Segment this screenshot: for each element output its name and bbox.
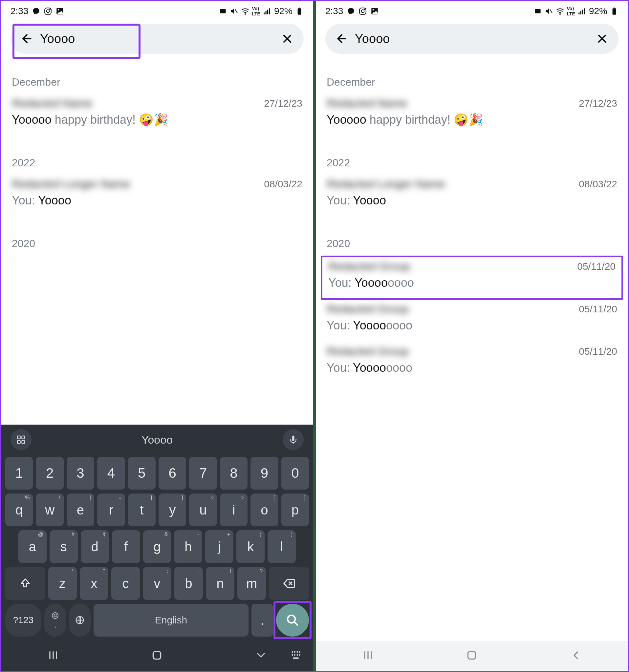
- search-result-item[interactable]: Redacted Longer Name08/03/22You: Yoooo: [9, 175, 305, 217]
- search-result-item[interactable]: Redacted Name27/12/23Yooooo happy birthd…: [9, 94, 305, 137]
- key-0[interactable]: 0: [281, 457, 309, 489]
- chat-icon: [347, 7, 355, 16]
- key-g[interactable]: g&: [143, 530, 171, 563]
- contact-name: Redacted Longer Name: [327, 177, 445, 190]
- key-1[interactable]: 1: [5, 457, 33, 489]
- battery-icon: [610, 7, 619, 16]
- svg-rect-56: [468, 651, 476, 659]
- nav-home-icon[interactable]: [465, 649, 478, 663]
- svg-rect-14: [17, 436, 20, 439]
- search-bar[interactable]: [325, 24, 619, 54]
- key-backspace[interactable]: [269, 567, 309, 600]
- search-input[interactable]: [40, 32, 274, 46]
- system-nav-bar[interactable]: [1, 641, 313, 671]
- key-3[interactable]: 3: [67, 457, 94, 489]
- nav-recents-icon[interactable]: [362, 649, 375, 663]
- key-q[interactable]: q%: [5, 494, 33, 526]
- key-x[interactable]: x": [80, 567, 108, 600]
- search-result-item[interactable]: Redacted Group05/11/20You: Yoooooooo: [321, 256, 623, 300]
- key-u[interactable]: u<: [189, 494, 217, 526]
- key-k[interactable]: k(: [236, 530, 264, 563]
- instagram-icon: [44, 7, 52, 16]
- key-l[interactable]: l): [267, 530, 296, 563]
- key-shift[interactable]: [5, 567, 45, 600]
- key-c[interactable]: c': [111, 567, 140, 600]
- search-result-item[interactable]: Redacted Name27/12/23Yooooo happy birthd…: [324, 94, 620, 137]
- back-arrow-icon[interactable]: [20, 32, 33, 45]
- status-bar: 2:33 Vo)LTE 92%: [1, 1, 313, 21]
- key-j[interactable]: j+: [205, 530, 233, 563]
- system-nav-bar[interactable]: [316, 641, 628, 671]
- search-results-left[interactable]: DecemberRedacted Name27/12/23Yooooo happ…: [1, 56, 313, 425]
- nav-back-icon[interactable]: [254, 649, 267, 663]
- key-z[interactable]: z*: [48, 567, 77, 600]
- svg-rect-9: [265, 11, 266, 15]
- key-9[interactable]: 9: [251, 457, 278, 489]
- key-8[interactable]: 8: [220, 457, 248, 489]
- key-r[interactable]: r=: [97, 494, 125, 526]
- key-m[interactable]: m?: [237, 567, 266, 600]
- result-date: 05/11/20: [579, 304, 617, 315]
- key-n[interactable]: n!: [206, 567, 234, 600]
- svg-rect-13: [299, 7, 300, 8]
- search-result-item[interactable]: Redacted Group05/11/20You: Yoooooooo: [324, 342, 620, 385]
- key-f[interactable]: f_: [112, 530, 140, 563]
- image-icon: [55, 7, 64, 16]
- key-5[interactable]: 5: [128, 457, 156, 489]
- back-arrow-icon[interactable]: [335, 32, 348, 45]
- key-7[interactable]: 7: [189, 457, 217, 489]
- key-2[interactable]: 2: [36, 457, 63, 489]
- key-d[interactable]: d₹: [81, 530, 109, 563]
- key-v[interactable]: v:: [143, 567, 171, 600]
- keyboard-suggestion[interactable]: Yoooo: [141, 433, 173, 446]
- key-w[interactable]: w\: [36, 494, 63, 526]
- key-search[interactable]: [276, 604, 309, 637]
- clear-icon[interactable]: [596, 32, 609, 45]
- svg-rect-52: [613, 7, 615, 8]
- mic-icon[interactable]: [283, 429, 304, 450]
- nav-keyboard-icon[interactable]: [290, 649, 302, 662]
- search-results-right[interactable]: DecemberRedacted Name27/12/23Yooooo happ…: [316, 56, 628, 641]
- key-numbers-toggle[interactable]: ?123: [5, 604, 41, 637]
- signal-icon: [263, 7, 272, 16]
- key-period[interactable]: .: [252, 604, 273, 637]
- key-b[interactable]: b;: [174, 567, 203, 600]
- svg-rect-50: [584, 8, 585, 14]
- svg-point-4: [57, 9, 59, 10]
- search-result-item[interactable]: Redacted Longer Name08/03/22You: Yoooo: [324, 175, 620, 217]
- key-p[interactable]: p}: [281, 494, 309, 526]
- result-message: You: Yoooooooo: [328, 276, 615, 290]
- contact-name: Redacted Group: [327, 345, 409, 358]
- search-input[interactable]: [355, 32, 589, 46]
- nav-recents-icon[interactable]: [47, 649, 60, 663]
- on-screen-keyboard[interactable]: Yoooo 1234567890 q%w\e|r=t[y]u<i>o{p} a@…: [1, 425, 313, 641]
- nav-back-icon[interactable]: [569, 649, 582, 663]
- key-s[interactable]: s#: [50, 530, 78, 563]
- key-6[interactable]: 6: [159, 457, 186, 489]
- key-a[interactable]: a@: [18, 530, 47, 563]
- mute-icon: [545, 7, 553, 16]
- svg-point-37: [299, 654, 301, 656]
- key-e[interactable]: e|: [67, 494, 94, 526]
- key-language[interactable]: [69, 604, 91, 637]
- result-message: You: Yoooooooo: [327, 319, 617, 332]
- clear-icon[interactable]: [281, 32, 294, 45]
- key-t[interactable]: t[: [128, 494, 156, 526]
- search-bar[interactable]: [10, 24, 304, 54]
- key-h[interactable]: h-: [174, 530, 202, 563]
- section-header: December: [327, 76, 617, 88]
- key-space[interactable]: English: [94, 604, 249, 637]
- search-result-item[interactable]: Redacted Group05/11/20You: Yoooooooo: [324, 300, 620, 342]
- svg-point-32: [297, 651, 298, 653]
- key-o[interactable]: o{: [251, 494, 278, 526]
- svg-rect-38: [293, 657, 299, 659]
- svg-point-34: [292, 654, 293, 656]
- nav-home-icon[interactable]: [150, 649, 163, 663]
- key-i[interactable]: i>: [220, 494, 248, 526]
- keyboard-apps-icon[interactable]: [10, 429, 31, 450]
- svg-rect-10: [267, 10, 268, 15]
- svg-rect-16: [17, 441, 20, 443]
- key-emoji[interactable]: ,: [44, 604, 66, 637]
- key-y[interactable]: y]: [159, 494, 186, 526]
- key-4[interactable]: 4: [97, 457, 125, 489]
